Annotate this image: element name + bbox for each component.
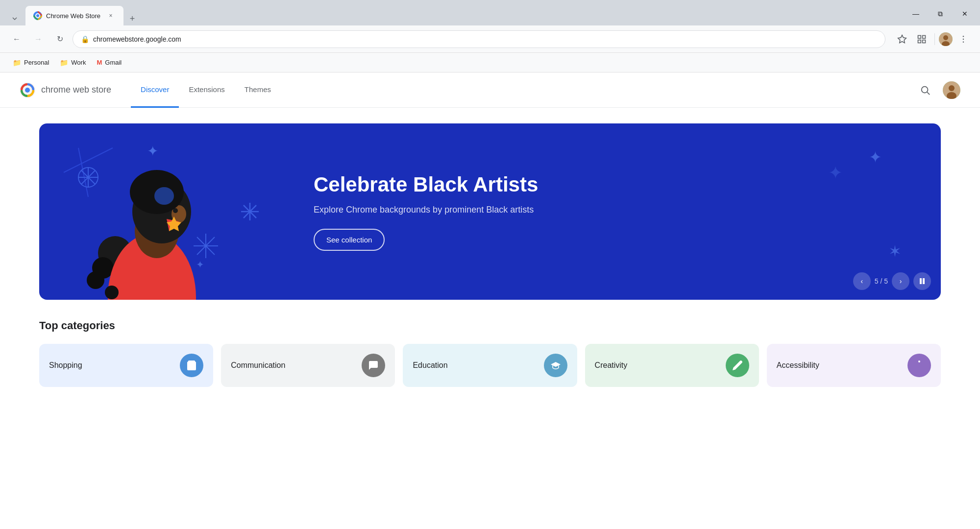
- cws-header-right: [915, 80, 960, 100]
- back-button[interactable]: ←: [8, 30, 25, 48]
- hero-prev-button[interactable]: ‹: [853, 272, 871, 290]
- svg-rect-5: [923, 35, 926, 38]
- category-accessibility[interactable]: Accessibility: [767, 344, 941, 387]
- svg-point-2: [36, 14, 39, 17]
- category-creativity[interactable]: Creativity: [585, 344, 759, 387]
- hero-controls: ‹ 5 / 5 ›: [853, 272, 931, 290]
- browser-frame: Chrome Web Store × + — ⧉ ✕ ← → ↻ 🔒 chrom…: [0, 0, 980, 529]
- creativity-icon: [726, 354, 749, 377]
- shopping-icon: [180, 354, 203, 377]
- svg-marker-3: [898, 35, 906, 43]
- bookmark-button[interactable]: [893, 30, 911, 48]
- bookmark-work[interactable]: 📁 Work: [55, 57, 91, 69]
- nav-discover[interactable]: Discover: [131, 72, 179, 108]
- tab-title: Chrome Web Store: [46, 12, 102, 20]
- profile-avatar[interactable]: [939, 32, 953, 46]
- categories-title: Top categories: [39, 319, 941, 332]
- svg-point-50: [105, 286, 119, 299]
- svg-point-49: [87, 271, 104, 289]
- category-shopping[interactable]: Shopping: [39, 344, 213, 387]
- bookmark-gmail-label: Gmail: [105, 59, 122, 66]
- bookmark-personal[interactable]: 📁 Personal: [8, 57, 54, 69]
- lock-icon: 🔒: [81, 35, 89, 43]
- cws-logo-area: chrome web store: [20, 82, 111, 98]
- svg-point-54: [918, 361, 920, 362]
- active-tab[interactable]: Chrome Web Store ×: [25, 6, 123, 25]
- header-profile-avatar[interactable]: [943, 81, 960, 99]
- see-collection-button[interactable]: See collection: [314, 229, 385, 251]
- svg-point-16: [25, 88, 30, 93]
- svg-point-13: [963, 41, 964, 43]
- hero-slide-count: 5 / 5: [875, 277, 888, 285]
- svg-point-9: [943, 35, 948, 40]
- gmail-icon: M: [97, 59, 102, 66]
- category-creativity-label: Creativity: [595, 361, 718, 370]
- new-tab-button[interactable]: +: [125, 12, 139, 25]
- deco-cross-2: ✶: [888, 242, 902, 261]
- cws-logo-text: chrome web store: [41, 85, 111, 95]
- bookmark-gmail[interactable]: M Gmail: [92, 57, 126, 68]
- hero-next-button[interactable]: ›: [892, 272, 909, 290]
- hero-section: ✦ ✦ ✦ ✶ ✦: [0, 108, 980, 300]
- education-icon: [544, 354, 567, 377]
- bookmark-work-label: Work: [71, 59, 86, 66]
- url-text: chromewebstore.google.com: [93, 35, 877, 43]
- svg-line-18: [927, 92, 930, 95]
- folder-icon: 📁: [13, 59, 21, 67]
- hero-banner: ✦ ✦ ✦ ✶ ✦: [39, 123, 941, 300]
- nav-themes[interactable]: Themes: [235, 72, 281, 108]
- deco-cross-1: ✦: [869, 148, 882, 167]
- communication-icon: [362, 354, 385, 377]
- deco-star-3: ✦: [828, 163, 843, 183]
- category-education-label: Education: [413, 361, 536, 370]
- address-bar[interactable]: 🔒 chromewebstore.google.com: [73, 30, 885, 48]
- cws-header: chrome web store Discover Extensions The…: [0, 72, 980, 108]
- tab-bar: Chrome Web Store × + — ⧉ ✕: [0, 0, 980, 25]
- hero-illustration: [39, 123, 284, 300]
- svg-point-48: [154, 187, 174, 205]
- svg-point-12: [963, 38, 964, 40]
- category-communication-label: Communication: [231, 361, 354, 370]
- search-button[interactable]: [915, 80, 935, 100]
- chrome-favicon: [33, 11, 42, 20]
- category-cards: Shopping Communication Education: [39, 344, 941, 387]
- category-shopping-label: Shopping: [49, 361, 172, 370]
- page-content: chrome web store Discover Extensions The…: [0, 72, 980, 529]
- divider: [934, 33, 935, 45]
- hero-title: Celebrate Black Artists: [314, 172, 911, 197]
- maximize-button[interactable]: ⧉: [929, 4, 952, 24]
- tab-close-button[interactable]: ×: [106, 11, 116, 21]
- minimize-button[interactable]: —: [905, 4, 927, 24]
- extensions-button[interactable]: [913, 30, 931, 48]
- reload-button[interactable]: ↻: [51, 30, 69, 48]
- bookmark-personal-label: Personal: [24, 59, 49, 66]
- more-button[interactable]: [955, 30, 972, 48]
- svg-point-17: [922, 86, 928, 93]
- folder-icon: 📁: [60, 59, 68, 67]
- categories-section: Top categories Shopping Communication Ed…: [0, 300, 980, 387]
- svg-rect-7: [918, 40, 921, 43]
- svg-point-20: [949, 85, 955, 91]
- nav-extensions[interactable]: Extensions: [179, 72, 234, 108]
- category-communication[interactable]: Communication: [221, 344, 395, 387]
- category-education[interactable]: Education: [403, 344, 577, 387]
- svg-rect-6: [923, 40, 926, 43]
- navigation-bar: ← → ↻ 🔒 chromewebstore.google.com: [0, 25, 980, 53]
- cws-navigation: Discover Extensions Themes: [131, 72, 915, 108]
- svg-rect-51: [920, 278, 922, 284]
- hero-pause-button[interactable]: [913, 272, 931, 290]
- forward-button[interactable]: →: [29, 30, 47, 48]
- close-button[interactable]: ✕: [954, 4, 976, 24]
- hero-subtitle: Explore Chrome backgrounds by prominent …: [314, 205, 911, 215]
- category-accessibility-label: Accessibility: [777, 361, 900, 370]
- svg-point-11: [963, 35, 964, 37]
- tab-dropdown-button[interactable]: [8, 12, 22, 25]
- bookmarks-bar: 📁 Personal 📁 Work M Gmail: [0, 53, 980, 72]
- svg-rect-52: [923, 278, 925, 284]
- svg-rect-4: [918, 35, 921, 38]
- accessibility-icon: [907, 354, 931, 377]
- nav-right-controls: [893, 30, 972, 48]
- cws-logo-icon: [20, 82, 35, 98]
- window-controls: — ⧉ ✕: [905, 4, 976, 25]
